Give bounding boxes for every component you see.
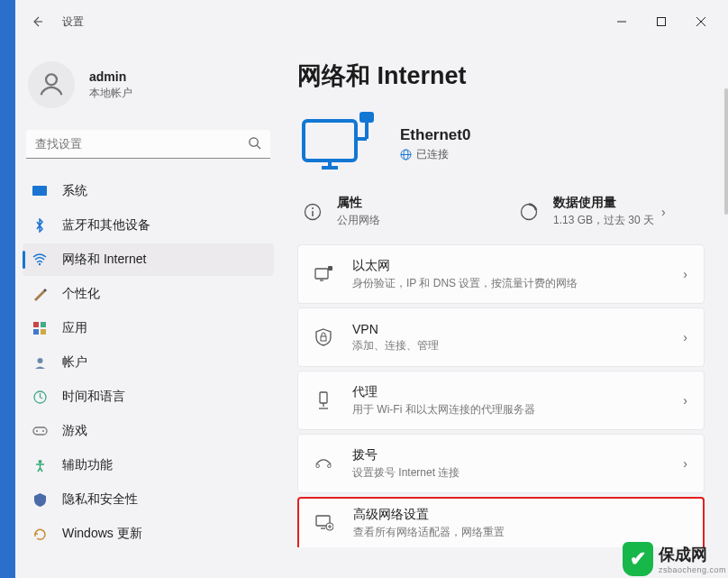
maximize-icon <box>657 17 666 26</box>
svg-rect-15 <box>33 427 47 435</box>
card-title: 高级网络设置 <box>353 507 687 523</box>
sidebar-item-label: 个性化 <box>62 286 100 302</box>
chevron-right-icon: › <box>661 205 666 219</box>
user-name: admin <box>89 69 132 84</box>
accounts-icon <box>32 354 48 371</box>
avatar <box>28 61 75 108</box>
chevron-right-icon: › <box>683 393 687 408</box>
card-subtitle: 添加、连接、管理 <box>352 338 676 353</box>
card-vpn[interactable]: VPN添加、连接、管理 › <box>297 307 705 367</box>
back-button[interactable] <box>23 7 51 36</box>
time-icon <box>32 389 48 405</box>
user-text: admin 本地帐户 <box>89 69 132 101</box>
search-icon <box>248 136 261 153</box>
card-dialup[interactable]: 拨号设置拨号 Internet 连接 › <box>297 434 705 493</box>
update-icon <box>32 526 48 542</box>
sidebar-item-label: 网络和 Internet <box>62 252 146 268</box>
network-icon <box>32 252 48 268</box>
sidebar-item-apps[interactable]: 应用 <box>23 312 274 344</box>
personalize-icon <box>32 286 48 302</box>
sidebar-item-accessibility[interactable]: 辅助功能 <box>23 449 274 482</box>
dialup-icon <box>314 454 332 472</box>
user-block[interactable]: admin 本地帐户 <box>23 56 274 124</box>
properties-subtitle: 公用网络 <box>337 213 380 228</box>
search-box <box>26 130 270 159</box>
content-area: 网络和 Internet Ethernet0 已连接 属性 <box>281 43 728 578</box>
search-input[interactable] <box>26 130 270 159</box>
svg-rect-12 <box>41 329 46 335</box>
back-icon <box>30 14 44 29</box>
svg-point-39 <box>316 464 320 468</box>
quick-row: 属性 公用网络 数据使用量 1.13 GB，过去 30 天 › <box>297 191 705 244</box>
sidebar-item-bluetooth[interactable]: 蓝牙和其他设备 <box>23 209 274 242</box>
sidebar-item-time[interactable]: 时间和语言 <box>23 381 274 413</box>
minimize-icon <box>617 17 626 26</box>
vpn-icon <box>314 328 332 346</box>
close-button[interactable] <box>681 7 721 36</box>
sidebar-item-privacy[interactable]: 隐私和安全性 <box>23 483 274 516</box>
properties-title: 属性 <box>337 195 380 211</box>
sidebar-item-label: 辅助功能 <box>62 457 113 473</box>
watermark-name: 保成网 <box>659 546 707 564</box>
minimize-button[interactable] <box>602 7 642 36</box>
watermark-url: zsbaocheng.com <box>659 565 726 574</box>
sidebar: admin 本地帐户 系统 蓝牙和其他设备 网络和 Internet 个性化 应… <box>15 43 281 578</box>
desktop-edge <box>0 0 15 578</box>
globe-icon <box>400 149 412 161</box>
sidebar-item-update[interactable]: Windows 更新 <box>23 518 274 550</box>
window-title: 设置 <box>62 14 84 30</box>
window-body: admin 本地帐户 系统 蓝牙和其他设备 网络和 Internet 个性化 应… <box>15 43 728 578</box>
svg-rect-9 <box>33 322 39 327</box>
card-title: 拨号 <box>352 447 676 463</box>
connection-status: 已连接 <box>400 147 470 162</box>
connection-hero: Ethernet0 已连接 <box>297 110 705 179</box>
sidebar-item-network[interactable]: 网络和 Internet <box>23 243 274 276</box>
chevron-right-icon: › <box>683 267 687 281</box>
system-icon <box>32 183 48 199</box>
connection-name: Ethernet0 <box>400 126 470 144</box>
svg-point-17 <box>42 430 44 432</box>
sidebar-item-system[interactable]: 系统 <box>23 175 274 207</box>
card-ethernet[interactable]: 以太网身份验证，IP 和 DNS 设置，按流量计费的网络 › <box>297 244 705 304</box>
svg-point-8 <box>39 263 41 265</box>
person-icon <box>36 69 67 100</box>
data-usage-button[interactable]: 数据使用量 1.13 GB，过去 30 天 › <box>519 195 699 228</box>
card-subtitle: 用于 Wi-Fi 和以太网连接的代理服务器 <box>352 402 676 417</box>
card-proxy[interactable]: 代理用于 Wi-Fi 和以太网连接的代理服务器 › <box>297 371 705 430</box>
advanced-icon <box>315 514 333 532</box>
privacy-icon <box>32 491 48 508</box>
settings-window: 设置 admin 本地帐户 <box>15 0 728 578</box>
svg-rect-36 <box>320 392 327 403</box>
connection-text: Ethernet0 已连接 <box>400 126 470 162</box>
apps-icon <box>32 320 48 336</box>
sidebar-item-label: 游戏 <box>62 423 87 439</box>
scrollbar[interactable] <box>724 88 728 215</box>
card-title: 以太网 <box>352 258 676 274</box>
svg-rect-11 <box>33 329 39 335</box>
card-subtitle: 查看所有网络适配器，网络重置 <box>353 525 687 540</box>
card-advanced[interactable]: 高级网络设置查看所有网络适配器，网络重置 <box>297 497 705 547</box>
settings-list: 以太网身份验证，IP 和 DNS 设置，按流量计费的网络 › VPN添加、连接、… <box>297 244 705 547</box>
sidebar-item-accounts[interactable]: 帐户 <box>23 346 274 379</box>
maximize-button[interactable] <box>642 7 681 36</box>
nav-list: 系统 蓝牙和其他设备 网络和 Internet 个性化 应用 帐户 时间和语言 … <box>23 175 274 550</box>
sidebar-item-gaming[interactable]: 游戏 <box>23 415 274 447</box>
svg-rect-7 <box>32 186 47 196</box>
svg-point-4 <box>46 74 57 85</box>
svg-point-13 <box>37 358 42 363</box>
watermark: ✔ 保成网 zsbaocheng.com <box>623 542 726 576</box>
sidebar-item-label: 帐户 <box>62 354 87 371</box>
ethernet-icon <box>314 265 332 283</box>
svg-rect-24 <box>359 112 374 123</box>
svg-rect-34 <box>328 266 332 271</box>
monitor-ethernet-icon <box>297 110 384 179</box>
bluetooth-icon <box>32 217 48 234</box>
data-icon <box>519 202 539 222</box>
sidebar-item-label: 隐私和安全性 <box>62 491 138 508</box>
sidebar-item-personalize[interactable]: 个性化 <box>23 278 274 310</box>
properties-button[interactable]: 属性 公用网络 <box>303 195 519 228</box>
user-subtitle: 本地帐户 <box>89 86 132 101</box>
svg-point-29 <box>312 207 314 209</box>
usage-subtitle: 1.13 GB，过去 30 天 <box>553 213 654 228</box>
svg-rect-10 <box>41 322 46 327</box>
